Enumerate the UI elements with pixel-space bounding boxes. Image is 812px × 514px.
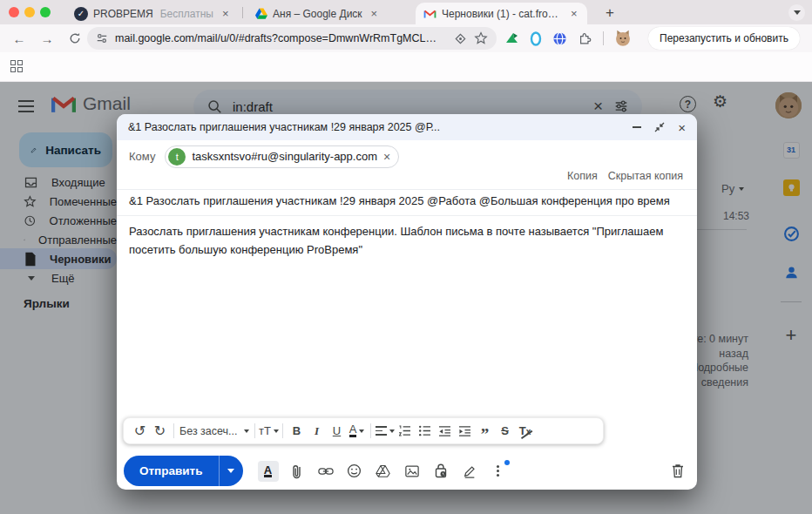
emoji-icon xyxy=(347,463,362,478)
profile-cat-avatar[interactable] xyxy=(614,30,632,47)
url-text[interactable]: mail.google.com/mail/u/0/#drafts?compose… xyxy=(115,32,447,44)
quote-button[interactable]: ” xyxy=(475,421,495,442)
bold-button[interactable]: B xyxy=(287,421,307,442)
bookmark-star-icon[interactable] xyxy=(474,31,488,45)
insert-signature-button[interactable] xyxy=(459,461,480,482)
font-size-button[interactable]: тТ xyxy=(259,421,279,442)
formatting-options-button[interactable]: A xyxy=(258,461,279,482)
close-compose-button[interactable]: × xyxy=(678,121,686,134)
indent-more-icon xyxy=(458,425,471,436)
recipient-avatar: t xyxy=(168,148,186,166)
cc-link[interactable]: Копия xyxy=(567,170,598,182)
browser-toolbar: ← → mail.google.com/mail/u/0/#drafts?com… xyxy=(0,24,812,52)
extension-globe-icon[interactable] xyxy=(552,31,567,46)
divider xyxy=(117,189,697,190)
italic-button[interactable]: I xyxy=(307,421,327,442)
compose-titlebar[interactable]: &1 Разослать приглашения участникам !29 … xyxy=(117,114,697,140)
link-icon xyxy=(318,466,334,477)
chevron-down-icon xyxy=(274,429,279,433)
chevron-down-icon xyxy=(244,429,249,433)
send-options-button[interactable] xyxy=(220,469,243,473)
send-button[interactable]: Отправить xyxy=(124,464,219,477)
insert-emoji-button[interactable] xyxy=(344,461,365,482)
to-label: Кому xyxy=(129,150,155,163)
align-button[interactable] xyxy=(375,421,395,442)
indent-more-button[interactable] xyxy=(455,421,475,442)
tab-title: PROBРЕМЯ Бесплатные xyxy=(93,8,213,20)
remove-recipient-icon[interactable]: × xyxy=(383,150,390,164)
compose-tools: A xyxy=(258,461,509,482)
image-icon xyxy=(405,465,419,477)
bulleted-list-icon xyxy=(418,425,431,436)
new-tab-button[interactable]: + xyxy=(599,3,620,24)
tab-close-icon[interactable]: × xyxy=(222,7,229,20)
apps-shortcut-icon[interactable] xyxy=(10,60,23,72)
insert-from-drive-button[interactable] xyxy=(373,461,394,482)
undo-button[interactable]: ↺ xyxy=(130,421,150,442)
forward-button[interactable]: → xyxy=(37,29,57,48)
tab-gmail-drafts[interactable]: Черновики (1) - cat.from.sin × xyxy=(416,3,587,24)
toolbar-separator xyxy=(282,423,283,438)
site-permissions-icon[interactable] xyxy=(96,32,108,44)
address-bar[interactable]: mail.google.com/mail/u/0/#drafts?compose… xyxy=(87,27,497,50)
reload-button[interactable] xyxy=(65,29,85,48)
toolbar-separator xyxy=(603,31,604,45)
extension-bird-icon[interactable] xyxy=(505,31,519,45)
reload-icon xyxy=(69,32,81,44)
lock-clock-icon xyxy=(435,463,447,478)
exit-fullscreen-button[interactable] xyxy=(654,122,665,132)
insert-link-button[interactable] xyxy=(315,461,336,482)
divider xyxy=(117,215,697,216)
tab-separator xyxy=(242,7,243,18)
toolbar-separator xyxy=(254,423,255,438)
minimize-icon xyxy=(633,126,641,128)
tab-close-icon[interactable]: × xyxy=(371,7,378,20)
formatting-toolbar: ↺ ↻ Без засеч... тТ B I U A xyxy=(123,417,604,444)
strikethrough-button[interactable]: S xyxy=(495,421,515,442)
drive-triangle-icon xyxy=(376,464,390,477)
tab-search-button[interactable] xyxy=(788,4,805,21)
numbered-list-icon xyxy=(398,425,411,436)
back-button[interactable]: ← xyxy=(10,29,29,48)
recipient-chip[interactable]: t tasksxntsvo#ru@singularity-app.com × xyxy=(165,145,399,168)
tab-title: Черновики (1) - cat.from.sin xyxy=(442,8,562,20)
attach-files-button[interactable] xyxy=(287,461,308,482)
toolbar-separator xyxy=(173,423,174,438)
tab-probvremya[interactable]: ✓ PROBРЕМЯ Бесплатные × xyxy=(66,3,239,24)
pen-icon xyxy=(463,464,477,478)
macos-minimize-button[interactable] xyxy=(24,7,35,17)
text-color-button[interactable]: A xyxy=(347,421,367,442)
bookmarks-bar xyxy=(0,52,812,82)
indent-less-button[interactable] xyxy=(435,421,455,442)
extensions-puzzle-icon[interactable] xyxy=(578,30,592,46)
bcc-link[interactable]: Скрытая копия xyxy=(608,170,683,182)
password-eye-icon[interactable] xyxy=(454,32,467,45)
extensions-row xyxy=(505,28,632,49)
insert-photo-button[interactable] xyxy=(402,461,423,482)
confidential-mode-button[interactable] xyxy=(430,461,451,482)
clear-formatting-button[interactable]: Tx xyxy=(515,421,535,442)
underline-button[interactable]: U xyxy=(327,421,347,442)
restart-update-button[interactable]: Перезапустить и обновить xyxy=(648,27,800,50)
extension-oval-icon[interactable] xyxy=(530,31,542,46)
numbered-list-button[interactable] xyxy=(395,421,415,442)
discard-draft-button[interactable] xyxy=(667,461,688,482)
bulleted-list-button[interactable] xyxy=(415,421,435,442)
subject-field[interactable]: &1 Разослать приглашения участникам !29 … xyxy=(129,194,685,207)
recipient-email: tasksxntsvo#ru@singularity-app.com xyxy=(192,150,377,163)
tab-close-icon[interactable]: × xyxy=(571,7,578,20)
redo-button[interactable]: ↻ xyxy=(150,421,170,442)
drive-favicon xyxy=(255,8,267,19)
font-family-selector[interactable]: Без засеч... xyxy=(178,421,251,442)
exit-fullscreen-icon xyxy=(654,122,665,132)
minimize-button[interactable] xyxy=(633,126,641,128)
toolbar-separator xyxy=(370,423,371,438)
more-options-button[interactable] xyxy=(488,461,509,482)
recipients-row[interactable]: Кому t tasksxntsvo#ru@singularity-app.co… xyxy=(129,145,685,168)
message-body[interactable]: Разослать приглашения участникам конфере… xyxy=(129,222,680,259)
trash-icon xyxy=(672,463,684,478)
macos-zoom-button[interactable] xyxy=(40,7,51,17)
send-split-button[interactable]: Отправить xyxy=(124,456,243,486)
macos-close-button[interactable] xyxy=(9,7,19,17)
tab-google-drive[interactable]: Аня – Google Диск × xyxy=(247,3,411,24)
